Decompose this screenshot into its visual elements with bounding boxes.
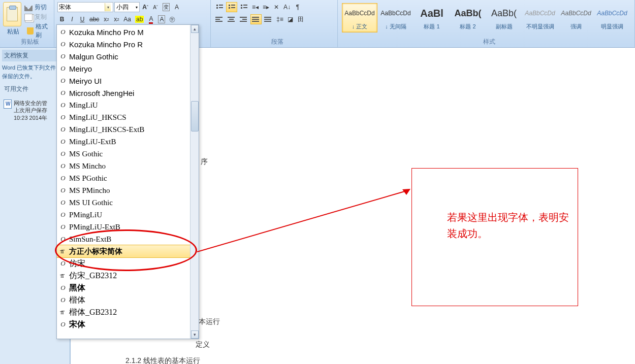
file-name: 网络安全的管	[14, 100, 47, 107]
opentype-icon: O	[60, 125, 66, 134]
char-shading-button[interactable]: A	[156, 14, 167, 24]
font-option[interactable]: OKozuka Mincho Pro R	[57, 38, 199, 50]
font-option[interactable]: OPMingLiU-ExtB	[57, 221, 199, 233]
opentype-icon: O	[60, 28, 66, 36]
sort-button[interactable]: A↓	[282, 2, 292, 12]
font-option[interactable]: OMS PMincho	[57, 184, 199, 196]
font-name-dropdown-arrow[interactable]: ▾	[105, 3, 111, 11]
font-option[interactable]: OMS PGothic	[57, 172, 199, 184]
grow-font-button[interactable]: Aˆ	[141, 2, 150, 12]
doc-fragment: 序	[201, 157, 208, 167]
shading-button[interactable]: ◪	[286, 14, 295, 24]
cut-button[interactable]: 剪切	[24, 3, 51, 12]
font-option[interactable]: OMingLiU_HKSCS	[57, 111, 199, 123]
bold-button[interactable]: B	[57, 14, 67, 24]
text-effects-button[interactable]: Aa	[122, 14, 133, 24]
font-option[interactable]: OMS Mincho	[57, 160, 199, 172]
font-option[interactable]: O仿宋	[57, 257, 199, 270]
style-item[interactable]: AaBbCcDd明显强调	[594, 3, 630, 32]
asian-layout-button[interactable]: ✕	[272, 2, 281, 12]
italic-button[interactable]: I	[68, 14, 77, 24]
opentype-icon: O	[60, 52, 66, 60]
style-item[interactable]: AaBbCcDd↓ 无间隔	[378, 3, 414, 32]
multilevel-list-button[interactable]	[238, 2, 249, 12]
opentype-icon: O	[60, 296, 66, 304]
font-name-input[interactable]	[59, 4, 105, 11]
subscript-button[interactable]: x2	[102, 14, 111, 24]
font-option[interactable]: OMingLiU-ExtB	[57, 136, 199, 148]
font-option[interactable]: OMingLiU_HKSCS-ExtB	[57, 123, 199, 136]
opentype-icon: O	[60, 235, 66, 243]
font-option[interactable]: OKozuka Mincho Pro M	[57, 26, 199, 38]
style-gallery[interactable]: AaBbCcDd↓ 正文AaBbCcDd↓ 无间隔AaBl标题 1AaBb(标题…	[341, 2, 631, 34]
font-option[interactable]: TT楷体_GB2312	[57, 306, 199, 318]
underline-button[interactable]: U	[78, 14, 87, 24]
font-option[interactable]: OMicrosoft JhengHei	[57, 87, 199, 99]
font-option[interactable]: OMeiryo	[57, 62, 199, 75]
font-size-combo[interactable]: 小四▾	[114, 2, 140, 12]
clipboard-group: 粘贴 剪切 复制 格式刷 剪贴板	[0, 0, 54, 47]
strike-button[interactable]: abc	[88, 14, 101, 24]
font-option[interactable]: O楷体	[57, 294, 199, 306]
scroll-up-arrow[interactable]: ▴	[191, 25, 199, 33]
style-item[interactable]: AaBb(标题 2	[450, 3, 486, 32]
bullets-icon	[215, 3, 224, 11]
scroll-thumb[interactable]	[191, 101, 199, 131]
style-item[interactable]: AaBbCcDd不明显强调	[522, 3, 558, 32]
style-item[interactable]: AaBl标题 1	[414, 3, 450, 32]
style-item[interactable]: AaBbCcDd强调	[558, 3, 594, 32]
font-option[interactable]: OMS Gothic	[57, 148, 199, 160]
font-color-button[interactable]: A	[146, 14, 155, 24]
font-option[interactable]: TT方正小标宋简体	[57, 245, 199, 257]
font-option[interactable]: OMS UI Gothic	[57, 196, 199, 209]
phonetic-guide-button[interactable]: 变	[161, 2, 171, 12]
line-spacing-button[interactable]: ‡≡	[275, 14, 285, 24]
copy-icon	[24, 14, 33, 21]
show-marks-button[interactable]: ¶	[293, 2, 302, 12]
file-line2: 上次用户保存	[14, 107, 47, 114]
font-option[interactable]: OPMingLiU	[57, 209, 199, 221]
opentype-icon: O	[60, 211, 66, 219]
font-option[interactable]: OSimSun-ExtB	[57, 233, 199, 245]
font-option[interactable]: OMeiryo UI	[57, 75, 199, 87]
superscript-button[interactable]: x2	[112, 14, 121, 24]
font-dropdown-list[interactable]: OKozuka Mincho Pro MOKozuka Mincho Pro R…	[56, 24, 199, 339]
opentype-icon: O	[60, 150, 66, 158]
paste-button[interactable]	[3, 2, 21, 26]
style-item[interactable]: AaBb(副标题	[486, 3, 522, 32]
align-center-button[interactable]	[226, 14, 237, 24]
align-right-button[interactable]	[238, 14, 249, 24]
doc-fragment: 定义	[196, 340, 210, 349]
highlight-button[interactable]: ab	[134, 14, 145, 24]
opentype-icon: O	[60, 198, 66, 207]
decrease-indent-button[interactable]: ≡◂	[250, 2, 260, 12]
scrollbar[interactable]: ▴ ▾	[190, 25, 199, 339]
borders-button[interactable]: 田	[296, 14, 305, 24]
bullets-button[interactable]	[214, 2, 225, 12]
font-option[interactable]: O黑体	[57, 282, 199, 294]
opentype-icon: O	[60, 89, 66, 97]
font-option[interactable]: OMalgun Gothic	[57, 50, 199, 62]
justify-button[interactable]	[250, 14, 262, 24]
font-name-combo[interactable]: ▾	[57, 2, 113, 12]
enclose-char-button[interactable]: ㊫	[168, 14, 177, 24]
font-option[interactable]: O宋体	[57, 318, 199, 330]
opentype-icon: O	[60, 77, 66, 85]
copy-button[interactable]: 复制	[24, 13, 51, 21]
doc-fragment: 本运行	[199, 317, 220, 326]
style-item[interactable]: AaBbCcDd↓ 正文	[342, 3, 377, 32]
increase-indent-button[interactable]: ≡▸	[261, 2, 271, 12]
shrink-font-button[interactable]: Aˇ	[151, 2, 160, 12]
truetype-icon: TT	[60, 272, 66, 280]
format-painter-button[interactable]: 格式刷	[24, 22, 51, 40]
scroll-down-arrow[interactable]: ▾	[191, 330, 199, 339]
char-border-button[interactable]: A	[172, 2, 181, 12]
opentype-icon: O	[60, 101, 66, 109]
numbering-button[interactable]	[226, 2, 237, 12]
font-option[interactable]: TT仿宋_GB2312	[57, 270, 199, 282]
font-option[interactable]: OMingLiU	[57, 99, 199, 111]
opentype-icon: O	[60, 40, 66, 48]
distribute-button[interactable]	[263, 14, 274, 24]
styles-group-label: 样式	[341, 38, 635, 46]
align-left-button[interactable]	[214, 14, 225, 24]
